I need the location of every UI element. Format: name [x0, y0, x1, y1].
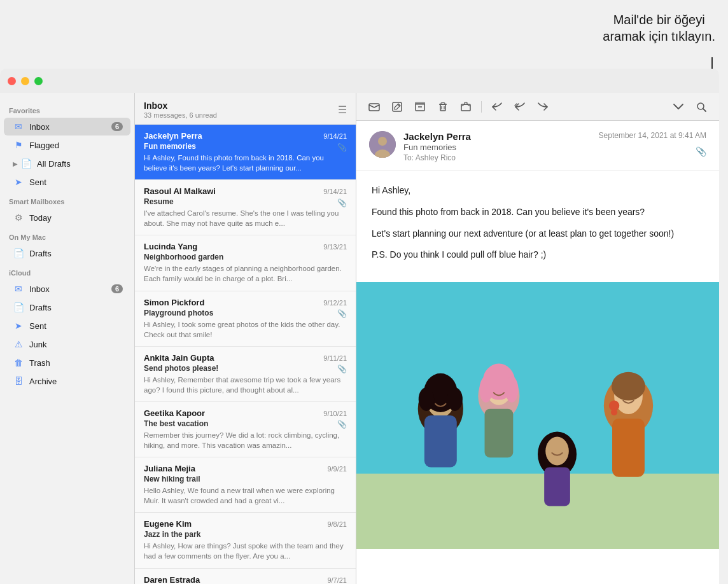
svg-point-16	[378, 137, 387, 146]
svg-point-30	[479, 377, 492, 403]
email-list-item[interactable]: Simon Pickford 9/12/21 Playground photos…	[135, 291, 356, 347]
email-date: 9/11/21	[323, 354, 347, 362]
email-list-item[interactable]: Ankita Jain Gupta 9/11/21 Send photos pl…	[135, 347, 356, 402]
email-date: 9/9/21	[327, 465, 347, 473]
body-line3: P.S. Do you think I could pull off blue …	[372, 247, 704, 263]
sidebar-item-sent-favorites[interactable]: ➤ Sent	[4, 173, 130, 191]
email-sender: Lucinda Yang	[144, 242, 197, 251]
sidebar-item-archive-icloud[interactable]: 🗄 Archive	[4, 372, 130, 390]
email-detail-header-top: Jackelyn Perra Fun memories To: Ashley R…	[369, 131, 706, 162]
email-sender: Juliana Mejia	[144, 464, 195, 473]
email-date: 9/12/21	[323, 299, 347, 307]
email-list-item[interactable]: Eugene Kim 9/8/21 Jazz in the park Hi As…	[135, 513, 356, 568]
email-list-item[interactable]: Rasoul Al Malkawi 9/14/21 Resume 📎 I've …	[135, 180, 356, 235]
trash-icon: 🗑	[13, 357, 24, 368]
email-sender: Rasoul Al Malkawi	[144, 186, 216, 196]
email-sender: Geetika Kapoor	[144, 408, 205, 418]
compose-button[interactable]	[387, 98, 407, 116]
main-layout: Favorites ✉ Inbox 6 ⚑ Flagged ▶ 📄 All Dr…	[0, 93, 719, 584]
email-meta: Jackelyn Perra Fun memories To: Ashley R…	[403, 131, 591, 162]
email-subject-row: Resume 📎	[144, 197, 347, 208]
inbox-icon: ✉	[13, 121, 24, 132]
email-subject: Neighborhood garden	[144, 253, 223, 261]
email-item-top: Simon Pickford 9/12/21	[144, 298, 347, 307]
svg-rect-28	[485, 409, 514, 457]
sidebar-item-junk-icloud[interactable]: ⚠ Junk	[4, 335, 130, 353]
junk-icon: ⚠	[13, 338, 24, 350]
move-button[interactable]	[456, 98, 476, 116]
flag-icon: ⚑	[13, 139, 24, 151]
attachment-icon: 📎	[337, 365, 347, 373]
forward-button[interactable]	[533, 98, 553, 116]
sidebar-label-drafts-mac: Drafts	[29, 249, 123, 258]
email-subject: New hiking trail	[144, 475, 200, 483]
sidebar-item-today[interactable]: ⚙ Today	[4, 209, 130, 226]
sidebar-item-all-drafts[interactable]: ▶ 📄 All Drafts	[4, 155, 130, 172]
email-list-item[interactable]: Daren Estrada 9/7/21 Coming to town 📎 He…	[135, 569, 356, 585]
attachment-icon: 📎	[337, 143, 347, 152]
svg-point-31	[505, 377, 518, 403]
email-photo	[356, 282, 719, 549]
sort-icon[interactable]: ☰	[338, 104, 347, 116]
email-subject: Resume	[144, 197, 174, 206]
sidebar-label-inbox-icloud: Inbox	[29, 284, 111, 294]
email-sender: Simon Pickford	[144, 298, 204, 307]
sidebar-item-sent-icloud[interactable]: ➤ Sent	[4, 317, 130, 335]
svg-rect-1	[393, 102, 402, 111]
svg-rect-37	[612, 419, 645, 477]
sidebar-item-flagged[interactable]: ⚑ Flagged	[4, 136, 130, 154]
sidebar-label-drafts-icloud: Drafts	[29, 303, 123, 312]
email-list-item[interactable]: Geetika Kapoor 9/10/21 The best vacation…	[135, 402, 356, 457]
sidebar-label-sent-icloud: Sent	[29, 321, 123, 331]
maximize-button[interactable]	[34, 77, 43, 85]
sent-icloud-icon: ➤	[13, 320, 24, 331]
inbox-badge: 6	[111, 122, 123, 131]
email-subject: The best vacation	[144, 419, 208, 428]
sender-avatar	[369, 131, 396, 158]
expand-icon: ▶	[13, 160, 18, 167]
drafts-icon: 📄	[20, 158, 32, 169]
email-item-top: Geetika Kapoor 9/10/21	[144, 408, 347, 418]
email-list-item[interactable]: Lucinda Yang 9/13/21 Neighborhood garden…	[135, 235, 356, 291]
more-button[interactable]	[668, 98, 689, 116]
email-subject: Jazz in the park	[144, 530, 200, 539]
sidebar-item-inbox-icloud[interactable]: ✉ Inbox 6	[4, 280, 130, 298]
search-button[interactable]	[691, 98, 711, 116]
email-date: 9/7/21	[327, 576, 347, 584]
email-list-item[interactable]: Juliana Mejia 9/9/21 New hiking trail He…	[135, 457, 356, 513]
email-preview: I've attached Carol's resume. She's the …	[144, 208, 347, 228]
email-item-top: Lucinda Yang 9/13/21	[144, 242, 347, 251]
drafts-icloud-icon: 📄	[13, 302, 24, 313]
close-button[interactable]	[8, 77, 16, 85]
svg-point-40	[611, 409, 617, 415]
reply-all-button[interactable]	[510, 98, 530, 116]
sidebar-item-drafts-mac[interactable]: 📄 Drafts	[4, 244, 130, 262]
email-subject-row: Playground photos 📎	[144, 309, 347, 319]
sidebar-item-inbox-favorites[interactable]: ✉ Inbox 6	[4, 118, 130, 136]
sidebar-item-drafts-icloud[interactable]: 📄 Drafts	[4, 298, 130, 316]
detail-date: September 14, 2021 at 9:41 AM	[599, 131, 706, 140]
sidebar-item-trash-icloud[interactable]: 🗑 Trash	[4, 354, 130, 372]
archive-button[interactable]	[410, 98, 430, 116]
email-subject-row: The best vacation 📎	[144, 419, 347, 430]
tooltip: Mail'de bir öğeyi aramak için tıklayın.	[603, 11, 715, 45]
trash-button[interactable]	[433, 98, 453, 116]
email-subject-row: Jazz in the park	[144, 530, 347, 541]
sent-icon: ➤	[13, 176, 24, 188]
email-sender: Eugene Kim	[144, 519, 192, 529]
svg-point-25	[447, 387, 463, 411]
minimize-button[interactable]	[21, 77, 29, 85]
email-preview: We're in the early stages of planning a …	[144, 263, 347, 284]
new-message-button[interactable]	[364, 98, 384, 116]
email-preview: Remember this journey? We did a lot: roc…	[144, 430, 347, 450]
email-body: Hi Ashley, Found this photo from back in…	[356, 170, 719, 282]
email-list-item[interactable]: Jackelyn Perra 9/14/21 Fun memories 📎 Hi…	[135, 125, 356, 180]
detail-to: To: Ashley Rico	[403, 153, 591, 162]
toolbar-separator-1	[481, 101, 482, 113]
sidebar-label-archive-icloud: Archive	[29, 377, 123, 386]
email-subject-row: Fun memories 📎	[144, 142, 347, 153]
gear-icon: ⚙	[13, 212, 24, 223]
reply-button[interactable]	[487, 98, 507, 116]
email-date: 9/8/21	[327, 520, 347, 528]
email-preview: Hi Ashley, I took some great photos of t…	[144, 319, 347, 340]
